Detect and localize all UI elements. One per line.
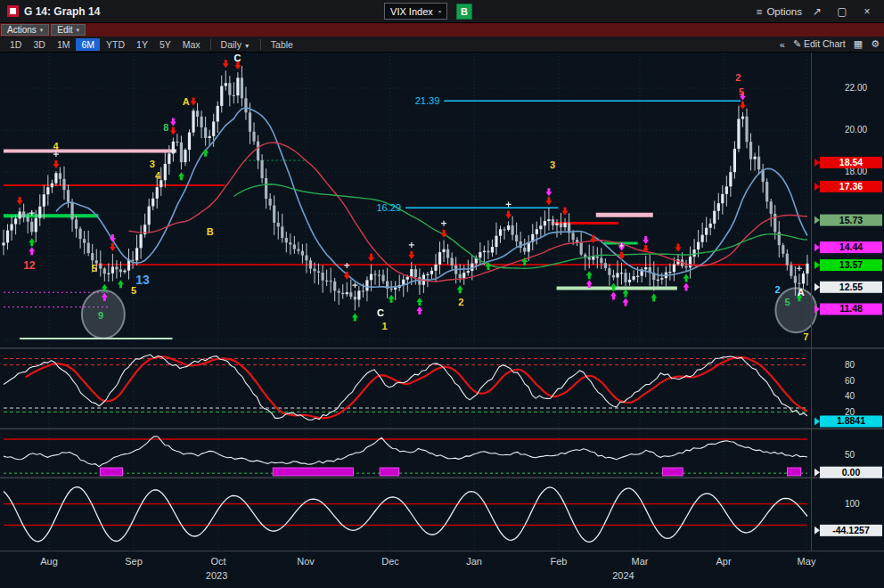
month-label: Mar — [632, 556, 649, 567]
chart-background — [0, 53, 884, 588]
pencil-icon: ✎ — [793, 38, 801, 49]
period-toolbar: 1D3D1M6MYTD1Y5YMax Daily ▼ Table « ✎ Edi… — [0, 37, 884, 53]
axis-tick: 50 — [845, 450, 855, 460]
menu-bar: Actions ▾ Edit ▾ — [0, 23, 884, 37]
edit-chart-button[interactable]: ✎ Edit Chart — [793, 38, 846, 50]
svg-text:A: A — [798, 287, 805, 298]
options-button[interactable]: ≡ Options — [757, 6, 802, 17]
collapse-panel-icon[interactable]: « — [780, 39, 785, 50]
svg-text:B: B — [207, 226, 214, 237]
month-label: Dec — [381, 556, 399, 567]
svg-text:3: 3 — [550, 159, 555, 170]
chart-grid-icon[interactable]: ▦ — [854, 38, 863, 50]
security-value: VIX Index — [390, 6, 433, 17]
actions-menu[interactable]: Actions ▾ — [1, 24, 49, 36]
year-label: 2024 — [612, 570, 634, 581]
svg-text:7: 7 — [803, 331, 808, 342]
table-button[interactable]: Table — [266, 38, 299, 51]
svg-text:3: 3 — [150, 159, 155, 169]
security-input[interactable]: VIX Index ▪ — [384, 3, 447, 20]
caret-down-icon: ▾ — [40, 27, 44, 34]
chart-canvas[interactable]: 41259513348ABCC1232525A721.3916.2922.002… — [0, 53, 884, 588]
axis-tick: 22.00 — [845, 83, 867, 93]
tab-period-1m[interactable]: 1M — [52, 38, 76, 51]
svg-text:1: 1 — [381, 321, 387, 331]
month-label: Apr — [716, 556, 731, 567]
month-label: Feb — [551, 556, 568, 567]
svg-text:13.57: 13.57 — [839, 259, 863, 270]
settings-gear-icon[interactable]: ⚙ — [871, 38, 880, 50]
svg-text:12.55: 12.55 — [839, 282, 863, 292]
title-bar: G 14: Graph 14 VIX Index ▪ B ≡ Options ↗… — [0, 0, 884, 23]
svg-text:-44.1257: -44.1257 — [832, 525, 870, 535]
svg-text:4: 4 — [155, 170, 161, 181]
tab-period-1y[interactable]: 1Y — [131, 38, 153, 51]
edit-label: Edit — [57, 25, 72, 35]
svg-text:12: 12 — [23, 259, 36, 272]
svg-text:C: C — [234, 53, 241, 63]
svg-text:8: 8 — [163, 122, 168, 133]
hamburger-icon: ≡ — [757, 6, 763, 17]
svg-text:21.39: 21.39 — [415, 95, 440, 106]
security-class-badge: B — [456, 4, 472, 20]
axis-tick: 100 — [845, 499, 860, 509]
svg-text:5: 5 — [784, 297, 790, 307]
axis-tick: 40 — [845, 391, 855, 401]
edit-menu[interactable]: Edit ▾ — [51, 24, 86, 36]
svg-text:15.73: 15.73 — [839, 215, 863, 225]
divider — [210, 39, 211, 50]
window-title: G 14: Graph 14 — [24, 5, 100, 18]
month-label: Aug — [40, 556, 58, 567]
period-tabs: 1D3D1M6MYTD1Y5YMax — [4, 38, 206, 51]
svg-text:C: C — [377, 307, 384, 318]
month-label: Nov — [297, 556, 315, 567]
svg-text:11.48: 11.48 — [839, 303, 863, 314]
svg-text:2: 2 — [775, 284, 781, 295]
svg-text:13: 13 — [135, 273, 150, 287]
svg-text:9: 9 — [98, 310, 103, 321]
divider — [260, 39, 261, 50]
tab-period-1d[interactable]: 1D — [4, 38, 27, 51]
tab-period-max[interactable]: Max — [177, 38, 206, 51]
svg-text:4: 4 — [53, 141, 60, 151]
svg-text:1.8841: 1.8841 — [837, 415, 865, 426]
options-label: Options — [766, 6, 802, 17]
chart-area: 41259513348ABCC1232525A721.3916.2922.002… — [0, 53, 884, 588]
svg-text:17.36: 17.36 — [839, 181, 863, 192]
svg-text:A: A — [183, 96, 190, 107]
actions-label: Actions — [7, 25, 37, 35]
maximize-button[interactable]: ▢ — [832, 5, 852, 18]
axis-tick: 20.00 — [845, 125, 867, 135]
edit-chart-label: Edit Chart — [804, 38, 846, 49]
svg-text:5: 5 — [92, 263, 97, 274]
svg-text:18.54: 18.54 — [839, 157, 863, 167]
month-label: Sep — [125, 556, 143, 567]
tab-period-ytd[interactable]: YTD — [101, 38, 130, 51]
month-label: May — [798, 556, 816, 567]
svg-text:2: 2 — [458, 297, 463, 307]
year-label: 2023 — [206, 570, 227, 581]
frequency-select[interactable]: Daily ▼ — [216, 38, 256, 51]
tab-period-6m[interactable]: 6M — [76, 38, 100, 51]
app-icon — [7, 5, 19, 17]
caret-down-icon: ▼ — [244, 43, 250, 49]
svg-text:2: 2 — [735, 72, 741, 83]
tab-period-3d[interactable]: 3D — [28, 38, 50, 51]
axis-tick: 80 — [845, 360, 855, 370]
axis-tick: 18.00 — [845, 167, 867, 176]
frequency-value: Daily — [221, 39, 241, 50]
caret-down-icon: ▾ — [77, 27, 80, 34]
close-button[interactable]: × — [857, 5, 877, 18]
month-label: Jan — [466, 556, 482, 567]
svg-text:0.00: 0.00 — [842, 467, 861, 478]
popout-button[interactable]: ↗ — [807, 5, 827, 18]
axis-tick: 60 — [845, 376, 855, 386]
tab-period-5y[interactable]: 5Y — [154, 38, 176, 51]
svg-text:5: 5 — [739, 86, 744, 97]
security-key-icon: ▪ — [438, 7, 441, 16]
svg-text:14.44: 14.44 — [839, 241, 863, 252]
svg-text:16.29: 16.29 — [376, 202, 401, 213]
month-label: Oct — [210, 556, 225, 567]
